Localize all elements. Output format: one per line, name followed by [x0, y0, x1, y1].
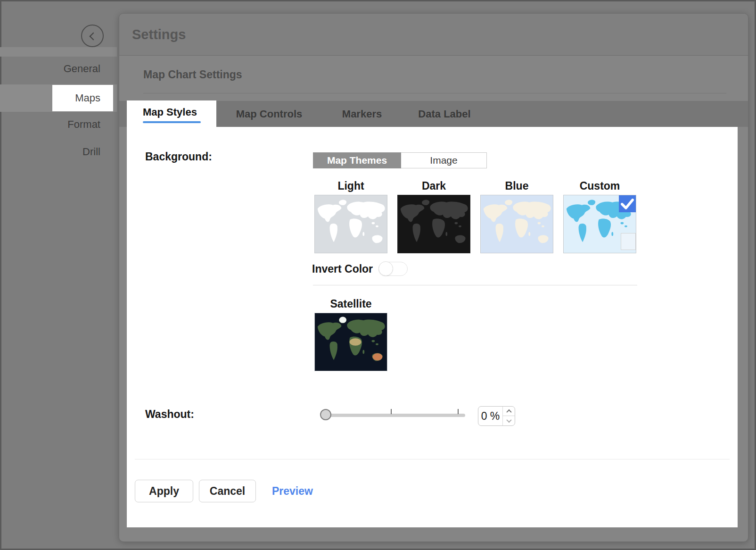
section-separator — [313, 285, 637, 285]
satellite-thumbnail[interactable] — [314, 313, 387, 371]
check-icon — [619, 195, 636, 212]
sidebar-item-general[interactable]: General — [64, 62, 100, 75]
theme-blue: Blue — [480, 180, 553, 253]
section-title: Map Chart Settings — [143, 68, 242, 81]
back-button[interactable] — [81, 25, 104, 47]
settings-sidebar: General Maps Format Drill — [0, 0, 117, 550]
settings-dialog: Settings Map Chart Settings Map Controls… — [119, 13, 748, 542]
world-map-satellite — [315, 313, 387, 371]
world-map-light — [315, 195, 387, 253]
washout-value[interactable]: 0 % — [478, 407, 502, 425]
tab-data-label[interactable]: Data Label — [418, 101, 470, 127]
tab-markers[interactable]: Markers — [342, 101, 382, 127]
washout-slider[interactable] — [320, 407, 466, 422]
washout-spinner: 0 % — [478, 406, 515, 426]
tab-map-styles[interactable]: Map Styles — [127, 100, 216, 127]
custom-color-swatch[interactable] — [621, 233, 636, 250]
sidebar-item-maps[interactable]: Maps — [52, 85, 113, 111]
tab-map-styles-label: Map Styles — [143, 100, 197, 124]
world-map-dark — [398, 195, 470, 253]
slider-tick-100 — [458, 409, 459, 414]
preview-link[interactable]: Preview — [272, 480, 313, 502]
spinner-down-button[interactable] — [503, 416, 515, 425]
chevron-left-icon — [90, 33, 98, 41]
spinner-arrows — [502, 407, 515, 425]
sidebar-item-drill[interactable]: Drill — [82, 145, 100, 158]
theme-dark-thumbnail[interactable] — [397, 195, 470, 253]
sidebar-row-highlight — [0, 47, 117, 57]
chevron-down-icon — [506, 417, 511, 423]
dialog-title: Settings — [132, 27, 186, 42]
invert-color-toggle[interactable] — [378, 262, 408, 276]
selected-check-badge — [619, 195, 636, 212]
theme-blue-label: Blue — [480, 180, 553, 192]
footer-divider — [135, 459, 730, 459]
satellite-label: Satellite — [314, 298, 387, 310]
theme-dark: Dark — [397, 180, 470, 253]
slider-tick-50 — [391, 409, 392, 414]
theme-dark-label: Dark — [397, 180, 470, 192]
theme-custom-label: Custom — [563, 180, 636, 192]
spinner-up-button[interactable] — [503, 407, 515, 416]
satellite-option: Satellite — [314, 298, 387, 371]
theme-blue-thumbnail[interactable] — [480, 195, 553, 253]
washout-slider-thumb[interactable] — [320, 409, 331, 420]
world-map-blue — [481, 195, 553, 253]
invert-color-row: Invert Color — [312, 262, 408, 276]
background-label: Background: — [145, 150, 212, 163]
segment-image[interactable]: Image — [401, 153, 486, 168]
theme-light-label: Light — [314, 180, 387, 192]
cancel-button[interactable]: Cancel — [199, 480, 256, 502]
segment-map-themes[interactable]: Map Themes — [313, 152, 401, 168]
dialog-header: Settings — [119, 14, 748, 56]
washout-slider-track[interactable] — [326, 414, 465, 417]
theme-grid: Light Dark Blue — [314, 180, 636, 253]
apply-button[interactable]: Apply — [135, 480, 193, 502]
theme-light: Light — [314, 180, 387, 253]
background-mode-segmented: Map Themes Image — [313, 152, 487, 168]
toggle-thumb — [378, 261, 393, 276]
map-styles-panel: Background: Map Themes Image Light Dark — [127, 127, 738, 527]
theme-custom-thumbnail[interactable] — [563, 195, 636, 253]
sidebar-item-format[interactable]: Format — [67, 118, 100, 131]
tab-map-controls[interactable]: Map Controls — [236, 101, 303, 127]
theme-custom: Custom — [563, 180, 636, 253]
screen: General Maps Format Drill Settings Map C… — [0, 0, 756, 550]
washout-label: Washout: — [145, 408, 194, 421]
theme-light-thumbnail[interactable] — [314, 195, 387, 253]
sidebar-item-maps-label: Maps — [75, 92, 100, 105]
active-tab-underline — [143, 121, 201, 123]
invert-color-label: Invert Color — [312, 263, 373, 275]
section-divider — [143, 93, 726, 93]
chevron-up-icon — [506, 409, 511, 414]
